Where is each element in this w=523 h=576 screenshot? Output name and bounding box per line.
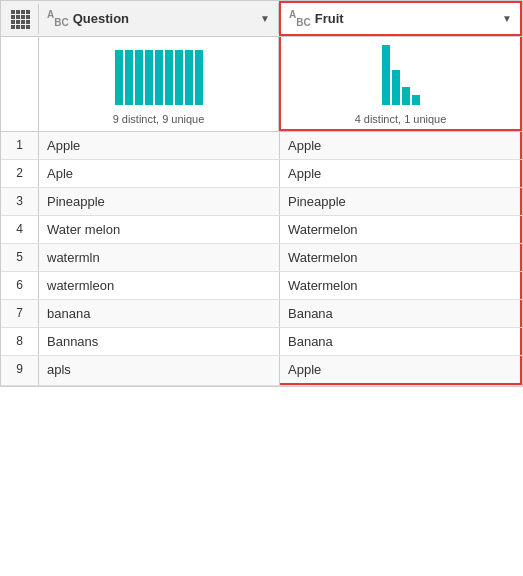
cell-question: watermln [39,244,280,271]
table-row: 8 Bannans Banana [1,328,522,356]
col-header-question[interactable]: ABC Question ▼ [39,3,279,34]
cell-question: Aple [39,160,280,187]
stats-cell-question: 9 distinct, 9 unique [39,37,279,131]
bar [125,50,133,105]
cell-question: Apple [39,132,280,159]
stats-row: 9 distinct, 9 unique 4 distinct, 1 uniqu… [1,37,522,132]
row-number: 9 [1,356,39,385]
bar-chart-question [115,45,203,105]
bar [175,50,183,105]
table-row: 2 Aple Apple [1,160,522,188]
row-number: 6 [1,272,39,299]
stats-text-question: 9 distinct, 9 unique [113,113,205,125]
row-number: 1 [1,132,39,159]
cell-fruit: Banana [280,328,522,355]
cell-fruit: Apple [280,132,522,159]
row-number: 5 [1,244,39,271]
cell-fruit: Banana [280,300,522,327]
cell-fruit: Pineapple [280,188,522,215]
table-row: 7 banana Banana [1,300,522,328]
col-header-fruit[interactable]: ABC Fruit ▼ [279,1,522,36]
bar [382,45,390,105]
cell-question: Water melon [39,216,280,243]
stats-row-num [1,37,39,131]
cell-question: Pineapple [39,188,280,215]
table-row: 6 watermleon Watermelon [1,272,522,300]
row-number: 7 [1,300,39,327]
table-row: 3 Pineapple Pineapple [1,188,522,216]
dropdown-arrow-fruit[interactable]: ▼ [502,13,512,24]
bar [145,50,153,105]
cell-fruit: Watermelon [280,244,522,271]
bar [195,50,203,105]
cell-question: Bannans [39,328,280,355]
data-rows-container: 1 Apple Apple 2 Aple Apple 3 Pineapple P… [1,132,522,386]
bar [165,50,173,105]
cell-fruit: Apple [280,160,522,187]
row-number: 2 [1,160,39,187]
col-label-question: Question [73,11,129,26]
dropdown-arrow-question[interactable]: ▼ [260,13,270,24]
bar [392,70,400,105]
cell-fruit: Apple [280,356,522,385]
table-row: 5 watermln Watermelon [1,244,522,272]
bar-chart-fruit [382,45,420,105]
table-row: 1 Apple Apple [1,132,522,160]
data-table: ABC Question ▼ ABC Fruit ▼ [0,0,523,387]
row-num-header [1,4,39,34]
header-row: ABC Question ▼ ABC Fruit ▼ [1,1,522,37]
row-number: 3 [1,188,39,215]
bar [185,50,193,105]
table-row: 4 Water melon Watermelon [1,216,522,244]
table-row: 9 apls Apple [1,356,522,386]
bar [155,50,163,105]
cell-question: banana [39,300,280,327]
type-icon-question: ABC [47,9,69,28]
row-number: 4 [1,216,39,243]
bar [412,95,420,105]
cell-question: watermleon [39,272,280,299]
bar [115,50,123,105]
col-label-fruit: Fruit [315,11,344,26]
stats-cell-fruit: 4 distinct, 1 unique [279,37,522,131]
type-icon-fruit: ABC [289,9,311,28]
cell-fruit: Watermelon [280,216,522,243]
bar [135,50,143,105]
stats-text-fruit: 4 distinct, 1 unique [355,113,447,125]
row-number: 8 [1,328,39,355]
bar [402,87,410,105]
grid-icon [11,10,29,28]
cell-question: apls [39,356,280,385]
cell-fruit: Watermelon [280,272,522,299]
